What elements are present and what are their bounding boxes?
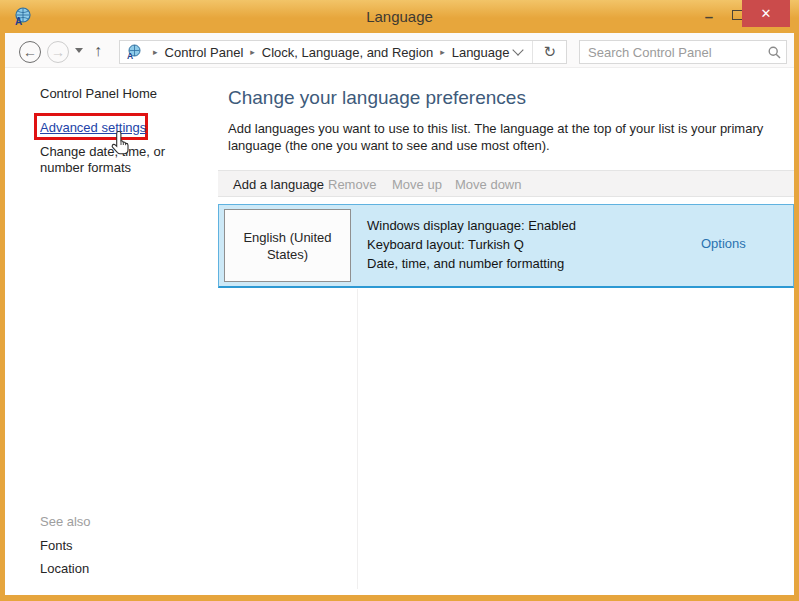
sidebar-item-control-panel-home[interactable]: Control Panel Home (40, 86, 157, 101)
detail-display-language: Windows display language: Enabled (367, 216, 576, 235)
page-title: Change your language preferences (228, 87, 526, 109)
address-bar[interactable]: A ▸ Control Panel ▸ Clock, Language, and… (119, 40, 567, 64)
breadcrumb-separator-icon: ▸ (243, 47, 262, 57)
remove-button: Remove (328, 177, 376, 192)
sidebar-header-see-also: See also (40, 514, 91, 529)
move-down-button: Move down (455, 177, 521, 192)
up-button[interactable]: ↑ (94, 42, 102, 60)
breadcrumb-clock-language-region[interactable]: Clock, Language, and Region (262, 45, 433, 60)
back-button[interactable]: ← (19, 41, 41, 63)
sidebar-item-location[interactable]: Location (40, 561, 89, 576)
close-button[interactable]: ✕ (742, 0, 790, 27)
navigation-bar: ← → ↑ A ▸ Control Panel ▸ Clock, Languag… (5, 33, 794, 68)
language-details: Windows display language: Enabled Keyboa… (367, 216, 576, 273)
language-list-item-selected[interactable]: English (United States) Windows display … (218, 204, 794, 288)
sidebar-item-fonts[interactable]: Fonts (40, 538, 73, 553)
maximize-icon (732, 10, 743, 20)
breadcrumb-control-panel[interactable]: Control Panel (165, 45, 244, 60)
search-box (579, 40, 787, 64)
address-dropdown-icon[interactable] (513, 44, 524, 55)
window-title: Language (0, 8, 799, 25)
minimize-button[interactable]: – (696, 0, 722, 27)
language-name: English (United States) (224, 209, 351, 282)
titlebar: A Language – ✕ (0, 0, 799, 33)
refresh-icon[interactable]: ↻ (533, 43, 566, 61)
detail-keyboard-layout: Keyboard layout: Turkish Q (367, 235, 576, 254)
detail-date-time-format: Date, time, and number formatting (367, 254, 576, 273)
window-client-area: ← → ↑ A ▸ Control Panel ▸ Clock, Languag… (5, 33, 794, 595)
page-description: Add languages you want to use to this li… (228, 120, 794, 154)
forward-arrow-icon: → (51, 45, 65, 60)
back-arrow-icon: ← (23, 45, 37, 60)
search-icon[interactable] (768, 46, 781, 59)
list-column-divider (357, 289, 358, 589)
breadcrumb-language[interactable]: Language (452, 45, 510, 60)
move-up-button: Move up (392, 177, 442, 192)
recent-pages-dropdown[interactable] (75, 48, 83, 53)
breadcrumb-separator-icon: ▸ (146, 47, 165, 57)
forward-button[interactable]: → (47, 41, 69, 63)
svg-text:A: A (127, 51, 133, 60)
add-language-button[interactable]: Add a language (233, 177, 324, 192)
options-link[interactable]: Options (701, 236, 746, 251)
language-toolbar: Add a language Remove Move up Move down (218, 170, 794, 197)
hand-cursor-icon (110, 130, 134, 156)
language-breadcrumb-icon: A (126, 44, 142, 60)
search-input[interactable] (580, 45, 768, 60)
breadcrumb-separator-icon: ▸ (433, 47, 452, 57)
